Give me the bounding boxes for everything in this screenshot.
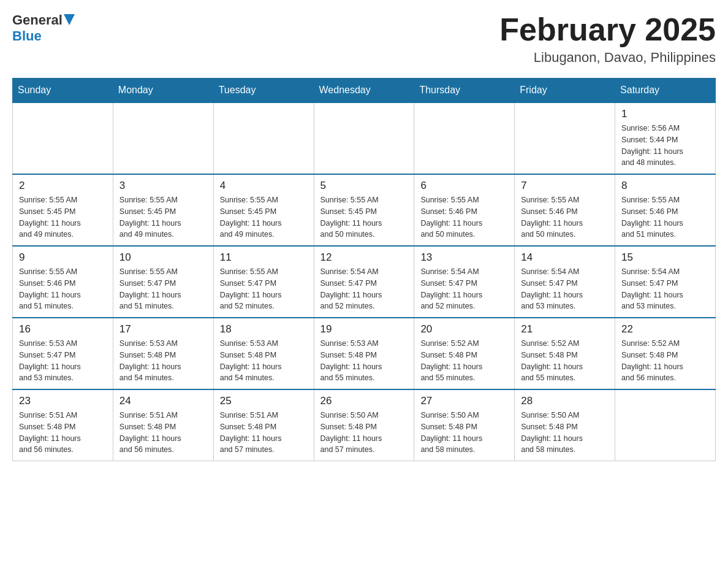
logo-triangle-icon [64,14,75,26]
logo: General Blue [12,12,75,44]
day-number: 14 [521,251,609,264]
day-number: 16 [19,323,107,335]
day-number: 4 [220,180,308,192]
day-number: 27 [420,395,508,407]
table-row: 13Sunrise: 5:54 AM Sunset: 5:47 PM Dayli… [414,246,515,318]
table-row [515,102,615,174]
day-number: 17 [119,323,207,335]
title-block: February 2025 Libuganon, Davao, Philippi… [499,12,716,66]
table-row: 7Sunrise: 5:55 AM Sunset: 5:46 PM Daylig… [515,174,615,246]
day-number: 19 [320,323,408,335]
table-row: 19Sunrise: 5:53 AM Sunset: 5:48 PM Dayli… [314,318,414,389]
table-row [314,102,414,174]
day-number: 10 [119,251,207,264]
day-info: Sunrise: 5:52 AM Sunset: 5:48 PM Dayligh… [621,338,709,384]
table-row [414,102,515,174]
header-sunday: Sunday [13,79,113,103]
location-title: Libuganon, Davao, Philippines [499,50,716,66]
day-number: 5 [320,180,408,192]
table-row: 16Sunrise: 5:53 AM Sunset: 5:47 PM Dayli… [13,318,113,389]
week-row-1: 2Sunrise: 5:55 AM Sunset: 5:45 PM Daylig… [13,174,716,246]
table-row [213,102,314,174]
day-number: 8 [621,180,709,192]
table-row: 27Sunrise: 5:50 AM Sunset: 5:48 PM Dayli… [414,389,515,461]
logo-general-text: General [12,12,63,28]
table-row: 6Sunrise: 5:55 AM Sunset: 5:46 PM Daylig… [414,174,515,246]
table-row: 15Sunrise: 5:54 AM Sunset: 5:47 PM Dayli… [615,246,716,318]
day-info: Sunrise: 5:56 AM Sunset: 5:44 PM Dayligh… [621,123,709,169]
header-tuesday: Tuesday [213,79,314,103]
day-number: 21 [521,323,609,335]
week-row-2: 9Sunrise: 5:55 AM Sunset: 5:46 PM Daylig… [13,246,716,318]
day-info: Sunrise: 5:51 AM Sunset: 5:48 PM Dayligh… [220,410,308,456]
table-row: 23Sunrise: 5:51 AM Sunset: 5:48 PM Dayli… [13,389,113,461]
day-info: Sunrise: 5:53 AM Sunset: 5:48 PM Dayligh… [119,338,207,384]
table-row: 28Sunrise: 5:50 AM Sunset: 5:48 PM Dayli… [515,389,615,461]
day-number: 23 [19,395,107,407]
table-row: 20Sunrise: 5:52 AM Sunset: 5:48 PM Dayli… [414,318,515,389]
week-row-0: 1Sunrise: 5:56 AM Sunset: 5:44 PM Daylig… [13,102,716,174]
day-number: 7 [521,180,609,192]
day-info: Sunrise: 5:50 AM Sunset: 5:48 PM Dayligh… [521,410,609,456]
logo-blue-text: Blue [12,28,42,44]
table-row: 1Sunrise: 5:56 AM Sunset: 5:44 PM Daylig… [615,102,716,174]
table-row: 21Sunrise: 5:52 AM Sunset: 5:48 PM Dayli… [515,318,615,389]
day-info: Sunrise: 5:53 AM Sunset: 5:48 PM Dayligh… [320,338,408,384]
day-info: Sunrise: 5:54 AM Sunset: 5:47 PM Dayligh… [320,266,408,312]
day-info: Sunrise: 5:52 AM Sunset: 5:48 PM Dayligh… [420,338,508,384]
day-number: 25 [220,395,308,407]
table-row: 14Sunrise: 5:54 AM Sunset: 5:47 PM Dayli… [515,246,615,318]
week-row-4: 23Sunrise: 5:51 AM Sunset: 5:48 PM Dayli… [13,389,716,461]
table-row: 2Sunrise: 5:55 AM Sunset: 5:45 PM Daylig… [13,174,113,246]
day-info: Sunrise: 5:55 AM Sunset: 5:47 PM Dayligh… [119,266,207,312]
day-info: Sunrise: 5:54 AM Sunset: 5:47 PM Dayligh… [621,266,709,312]
day-info: Sunrise: 5:51 AM Sunset: 5:48 PM Dayligh… [19,410,107,456]
month-title: February 2025 [499,12,716,47]
table-row: 9Sunrise: 5:55 AM Sunset: 5:46 PM Daylig… [13,246,113,318]
day-number: 22 [621,323,709,335]
week-row-3: 16Sunrise: 5:53 AM Sunset: 5:47 PM Dayli… [13,318,716,389]
day-number: 28 [521,395,609,407]
day-info: Sunrise: 5:55 AM Sunset: 5:46 PM Dayligh… [19,266,107,312]
day-info: Sunrise: 5:55 AM Sunset: 5:46 PM Dayligh… [621,194,709,240]
day-number: 24 [119,395,207,407]
day-number: 1 [621,108,709,120]
header-saturday: Saturday [615,79,716,103]
table-row: 10Sunrise: 5:55 AM Sunset: 5:47 PM Dayli… [113,246,213,318]
header-friday: Friday [515,79,615,103]
calendar-table: Sunday Monday Tuesday Wednesday Thursday… [12,78,716,461]
day-number: 15 [621,251,709,264]
day-info: Sunrise: 5:55 AM Sunset: 5:47 PM Dayligh… [220,266,308,312]
day-number: 13 [420,251,508,264]
table-row: 24Sunrise: 5:51 AM Sunset: 5:48 PM Dayli… [113,389,213,461]
day-number: 3 [119,180,207,192]
table-row: 5Sunrise: 5:55 AM Sunset: 5:45 PM Daylig… [314,174,414,246]
day-info: Sunrise: 5:50 AM Sunset: 5:48 PM Dayligh… [320,410,408,456]
header-thursday: Thursday [414,79,515,103]
table-row: 17Sunrise: 5:53 AM Sunset: 5:48 PM Dayli… [113,318,213,389]
day-info: Sunrise: 5:50 AM Sunset: 5:48 PM Dayligh… [420,410,508,456]
day-info: Sunrise: 5:55 AM Sunset: 5:45 PM Dayligh… [119,194,207,240]
table-row: 11Sunrise: 5:55 AM Sunset: 5:47 PM Dayli… [213,246,314,318]
day-number: 11 [220,251,308,264]
header-monday: Monday [113,79,213,103]
day-info: Sunrise: 5:55 AM Sunset: 5:45 PM Dayligh… [220,194,308,240]
svg-marker-0 [64,14,75,25]
table-row: 25Sunrise: 5:51 AM Sunset: 5:48 PM Dayli… [213,389,314,461]
table-row: 3Sunrise: 5:55 AM Sunset: 5:45 PM Daylig… [113,174,213,246]
day-info: Sunrise: 5:53 AM Sunset: 5:48 PM Dayligh… [220,338,308,384]
day-info: Sunrise: 5:55 AM Sunset: 5:46 PM Dayligh… [521,194,609,240]
day-info: Sunrise: 5:51 AM Sunset: 5:48 PM Dayligh… [119,410,207,456]
day-info: Sunrise: 5:54 AM Sunset: 5:47 PM Dayligh… [521,266,609,312]
day-number: 2 [19,180,107,192]
table-row: 4Sunrise: 5:55 AM Sunset: 5:45 PM Daylig… [213,174,314,246]
day-number: 20 [420,323,508,335]
day-number: 12 [320,251,408,264]
page-header: General Blue February 2025 Libuganon, Da… [12,12,716,66]
weekday-header-row: Sunday Monday Tuesday Wednesday Thursday… [13,79,716,103]
day-number: 6 [420,180,508,192]
day-info: Sunrise: 5:55 AM Sunset: 5:45 PM Dayligh… [19,194,107,240]
table-row: 18Sunrise: 5:53 AM Sunset: 5:48 PM Dayli… [213,318,314,389]
table-row [13,102,113,174]
day-number: 18 [220,323,308,335]
